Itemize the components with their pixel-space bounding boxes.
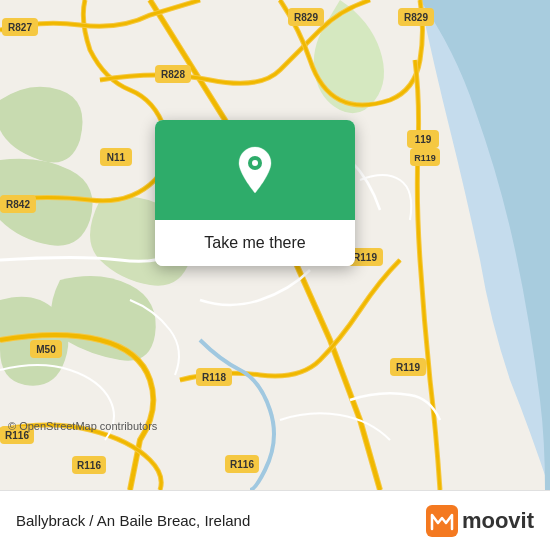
moovit-logo: moovit (426, 505, 534, 537)
map-attribution: © OpenStreetMap contributors (8, 420, 157, 432)
svg-point-34 (252, 160, 258, 166)
svg-text:R116: R116 (77, 460, 101, 471)
popup-header (155, 120, 355, 220)
svg-text:R827: R827 (8, 22, 32, 33)
moovit-brand-text: moovit (462, 508, 534, 534)
svg-text:R829: R829 (294, 12, 318, 23)
attribution-text: © OpenStreetMap contributors (8, 420, 157, 432)
location-popup: Take me there (155, 120, 355, 266)
svg-text:R116: R116 (230, 459, 254, 470)
svg-text:R119: R119 (396, 362, 420, 373)
location-label: Ballybrack / An Baile Breac, Ireland (16, 512, 250, 529)
svg-text:R829: R829 (404, 12, 428, 23)
svg-text:119: 119 (415, 134, 432, 145)
take-me-there-button[interactable]: Take me there (155, 220, 355, 266)
svg-text:R118: R118 (202, 372, 226, 383)
moovit-icon (426, 505, 458, 537)
svg-text:R828: R828 (161, 69, 185, 80)
svg-text:R119: R119 (353, 252, 377, 263)
footer-bar: Ballybrack / An Baile Breac, Ireland moo… (0, 490, 550, 550)
svg-text:R842: R842 (6, 199, 30, 210)
location-pin-icon (235, 145, 275, 195)
svg-text:M50: M50 (36, 344, 56, 355)
svg-text:R119: R119 (414, 153, 436, 163)
svg-text:N11: N11 (107, 152, 126, 163)
map-container: N11 N11 M50 R842 R827 R828 R829 R829 (0, 0, 550, 490)
